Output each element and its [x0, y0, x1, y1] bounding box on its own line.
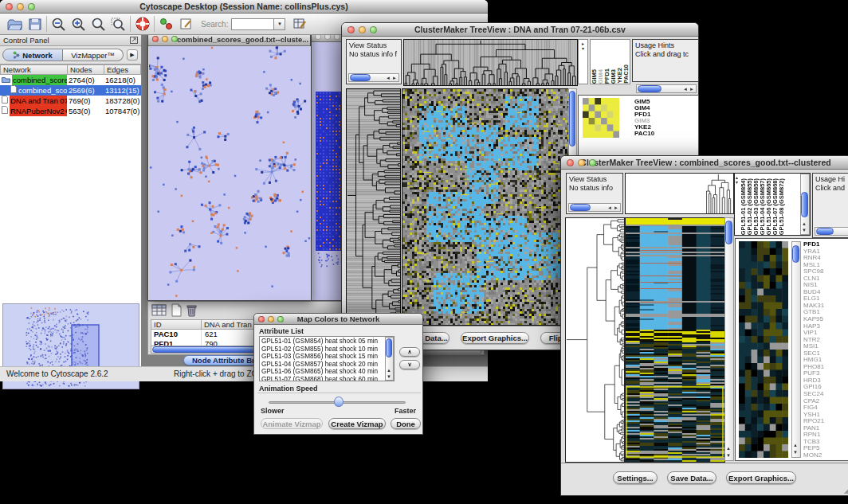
network-window-1-controls[interactable] — [152, 36, 178, 42]
resize-grip-icon[interactable]: ◢ — [844, 487, 848, 494]
vscroll-thumb[interactable] — [792, 245, 799, 263]
minimize-button[interactable] — [268, 316, 274, 322]
treeview2-heatmap-summary[interactable] — [625, 217, 725, 463]
strip-down-arrow-icon[interactable]: ▾ — [579, 46, 587, 51]
treeview1-controls[interactable] — [347, 26, 377, 33]
scroll-left-arrow-icon[interactable]: ◄ — [607, 205, 612, 210]
column-header-id[interactable]: ID — [151, 319, 202, 330]
zoom-button[interactable] — [171, 36, 178, 42]
close-button[interactable] — [6, 3, 13, 10]
scroll-down-arrow-icon[interactable]: ▼ — [793, 450, 798, 455]
vscroll-thumb[interactable] — [386, 338, 392, 357]
save-session-button[interactable] — [25, 15, 45, 33]
speed-slider-thumb[interactable] — [334, 397, 344, 407]
treeview2-button[interactable]: Settings... — [613, 471, 658, 484]
treeview1-column-dendrogram[interactable] — [403, 39, 578, 86]
zoom-in-button[interactable] — [69, 15, 88, 33]
minimize-button[interactable] — [324, 35, 331, 40]
treeview2-row-dendrogram[interactable] — [565, 217, 625, 463]
scroll-up-arrow-icon[interactable]: ▲ — [726, 446, 731, 451]
usage-scrollbar[interactable] — [815, 227, 848, 236]
treeview1-gene-list[interactable]: GIM5GIM4PFD1GIM3YKE2PAC10 — [634, 99, 654, 137]
treeview2-gene-list[interactable]: PFD1YRA1RNR4MSL1SPC98CLN1NIS1BUD4ELG1MAK… — [803, 241, 824, 459]
zoom-out-button[interactable] — [49, 15, 69, 33]
move-up-button[interactable]: ∧ — [399, 347, 420, 357]
zoom-selected-button[interactable] — [108, 15, 128, 33]
minimize-button[interactable] — [578, 159, 585, 166]
view-status-scrollbar[interactable]: ◄ ► — [348, 73, 399, 82]
tab-vizmapper[interactable]: VizMapper™ — [63, 49, 124, 61]
scroll-up-arrow-icon[interactable]: ▲ — [387, 368, 391, 373]
scroll-up-arrow-icon[interactable]: ▲ — [802, 221, 807, 226]
attribute-list-item[interactable]: GPL51-04 (GSM857) heat shock 20 min — [261, 361, 394, 369]
treeview1-correlation-matrix[interactable] — [583, 98, 619, 138]
network-row[interactable]: RNAPuberNov2+563(0)107847(0) — [0, 106, 141, 116]
scroll-left-arrow-icon[interactable]: ◄ — [683, 87, 688, 92]
treeview1-button[interactable]: Export Graphics... — [461, 332, 529, 344]
view-status-scrollbar[interactable]: ◄ ► — [568, 203, 621, 212]
animate-vizmap-button[interactable]: Animate Vizmap — [261, 418, 323, 429]
scroll-down-arrow-icon[interactable]: ▼ — [802, 228, 807, 232]
search-dropdown-button[interactable]: ▼ — [274, 18, 285, 30]
attribute-list-vscrollbar[interactable]: ▲ ▼ — [385, 337, 394, 381]
scroll-up-arrow-icon[interactable]: ▲ — [793, 443, 798, 447]
treeview1-heatmap[interactable] — [402, 88, 569, 326]
scroll-left-arrow-icon[interactable]: ◄ — [386, 76, 391, 80]
treeview1-titlebar[interactable]: ClusterMaker TreeView : DNA and Tran 07-… — [342, 23, 698, 37]
zoom-button[interactable] — [589, 159, 596, 166]
labels-left-arrows[interactable]: ▴▾ — [736, 175, 738, 185]
treeview2-heatmap-vscrollbar[interactable]: ▲ ▼ — [724, 217, 734, 461]
move-down-button[interactable]: ∨ — [399, 360, 420, 369]
treeview2-button[interactable]: Export Graphics... — [726, 471, 796, 484]
close-button[interactable] — [152, 36, 159, 42]
close-button[interactable] — [347, 26, 355, 33]
column-header-edges[interactable]: Edges — [104, 64, 141, 75]
zoom-button[interactable] — [370, 26, 377, 33]
zoom-fit-button[interactable] — [88, 15, 108, 33]
hscroll-thumb[interactable] — [638, 85, 662, 92]
treeview1-row-dendrogram[interactable] — [346, 88, 401, 326]
attribute-list-item[interactable]: GPL51-06 (GSM865) heat shock 40 min — [261, 368, 394, 376]
network-canvas-1[interactable] — [149, 46, 311, 300]
scroll-right-arrow-icon[interactable]: ► — [614, 205, 618, 210]
open-session-button[interactable] — [5, 15, 25, 33]
gene-label[interactable]: PAC10 — [634, 131, 654, 137]
attribute-list-item[interactable]: GPL51-03 (GSM856) heat shock 15 min — [261, 353, 394, 361]
zoom-button[interactable] — [277, 316, 284, 322]
column-header-network[interactable]: Network — [0, 64, 68, 75]
minimize-button[interactable] — [359, 26, 366, 33]
zoom-vscrollbar[interactable]: ▲ ▼ — [791, 241, 801, 458]
attribute-editor-button[interactable] — [290, 15, 310, 33]
treeview2-heatmap-zoom[interactable] — [739, 241, 788, 458]
zoom-button[interactable] — [334, 35, 340, 40]
scroll-right-arrow-icon[interactable]: ► — [392, 76, 397, 80]
select-attributes-icon[interactable] — [151, 303, 167, 320]
column-header-nodes[interactable]: Nodes — [68, 64, 104, 75]
network-row[interactable]: DNA and Tran 07769(0)183728(0) — [0, 96, 141, 106]
treeview1-usage-scrollbar[interactable]: ◄ ► — [636, 84, 697, 93]
hscroll-thumb[interactable] — [350, 74, 371, 81]
labels-vscrollbar[interactable]: ▲ ▼ — [800, 174, 810, 235]
attribute-list-item[interactable]: GPL51-07 (GSM868) heat shock 60 min — [261, 376, 394, 381]
minimize-button[interactable] — [17, 3, 24, 10]
treeview2-button[interactable]: Save Data... — [667, 471, 716, 484]
hscroll-thumb[interactable] — [570, 204, 591, 211]
delete-attribute-icon[interactable] — [186, 303, 198, 320]
close-button[interactable] — [567, 159, 574, 166]
tab-overflow-button[interactable]: ▶ — [127, 49, 138, 61]
vscroll-thumb[interactable] — [801, 192, 808, 217]
vscroll-thumb[interactable] — [725, 221, 732, 244]
attribute-list-item[interactable]: GPL51-01 (GSM854) heat shock 05 min — [261, 338, 394, 346]
main-window-controls[interactable] — [6, 3, 35, 10]
help-lifebuoy-button[interactable] — [132, 15, 152, 33]
search-input[interactable] — [231, 18, 274, 30]
network-window-2-controls[interactable] — [315, 35, 340, 40]
tab-network[interactable]: Network — [2, 49, 63, 61]
vizmap-node-button[interactable] — [156, 15, 176, 33]
scroll-down-arrow-icon[interactable]: ▼ — [726, 453, 731, 458]
network-row[interactable]: combined_scores2764(0)16218(0) — [0, 75, 141, 85]
scroll-down-arrow-icon[interactable]: ▼ — [387, 374, 391, 379]
annotation-button[interactable] — [176, 15, 196, 33]
zoom-button[interactable] — [28, 3, 35, 10]
done-button[interactable]: Done — [391, 418, 421, 429]
